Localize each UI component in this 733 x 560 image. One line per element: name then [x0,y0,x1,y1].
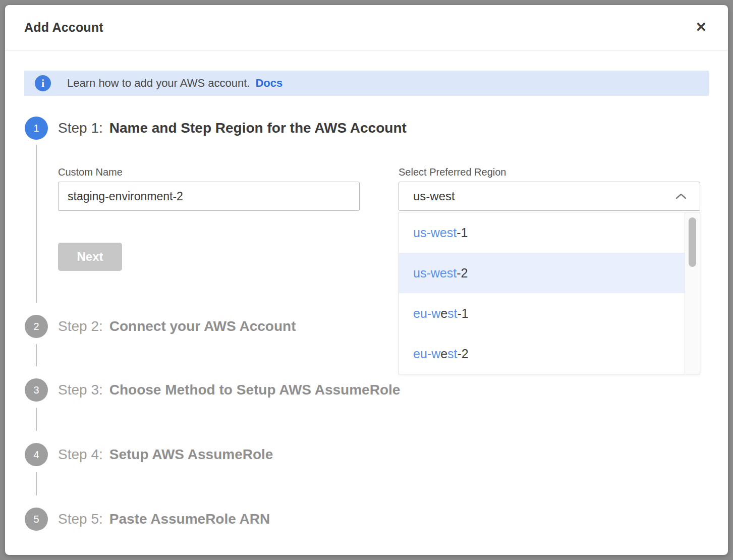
region-select-value: us-west [413,189,455,203]
docs-link[interactable]: Docs [255,77,283,90]
step-3-header: 3 Step 3: Choose Method to Setup AWS Ass… [25,378,400,402]
dropdown-scrollbar-track [685,212,700,374]
chevron-up-icon [674,192,688,201]
region-option-us-west-1[interactable]: us-west-1 [399,212,685,253]
step-4-title: Setup AWS AssumeRole [109,446,273,463]
modal-header: Add Account ✕ [5,5,728,50]
step-connector [36,145,37,303]
step-2-prefix: Step 2: [58,318,103,334]
step-2-header: 2 Step 2: Connect your AWS Account [25,315,296,338]
step-1-prefix: Step 1: [58,120,103,136]
step-1-badge: 1 [25,117,48,140]
dropdown-scrollbar-thumb[interactable] [689,217,696,267]
step-4-header: 4 Step 4: Setup AWS AssumeRole [25,443,273,466]
step-connector [36,344,37,366]
step-5-title: Paste AssumeRole ARN [109,511,270,527]
step-5-badge: 5 [25,508,48,531]
custom-name-input[interactable] [58,182,360,211]
region-label: Select Preferred Region [399,166,506,178]
next-button[interactable]: Next [58,243,122,271]
step-4-badge: 4 [25,443,48,466]
info-icon: i [35,75,51,91]
region-option-eu-west-2[interactable]: eu-west-2 [399,333,685,374]
step-4-prefix: Step 4: [58,446,103,463]
step-connector [36,408,37,431]
step-connector [36,472,37,495]
info-banner: i Learn how to add your AWS account. Doc… [24,71,709,96]
step-2-title: Connect your AWS Account [109,318,296,334]
step-3-prefix: Step 3: [58,382,103,398]
region-option-eu-west-1[interactable]: eu-west-1 [399,293,685,333]
step-3-title: Choose Method to Setup AWS AssumeRole [109,382,401,398]
close-icon[interactable]: ✕ [693,19,709,36]
add-account-modal: Add Account ✕ i Learn how to add your AW… [5,5,728,555]
step-1-header: 1 Step 1: Name and Step Region for the A… [25,117,407,140]
step-5-header: 5 Step 5: Paste AssumeRole ARN [25,508,270,531]
region-select[interactable]: us-west [399,182,700,211]
step-2-badge: 2 [25,315,48,338]
step-3-badge: 3 [25,378,48,402]
modal-title: Add Account [24,20,103,35]
custom-name-label: Custom Name [58,166,123,178]
region-option-us-west-2[interactable]: us-west-2 [399,253,685,293]
region-dropdown-list: us-west-1 us-west-2 eu-west-1 eu-west-2 [399,212,685,374]
banner-text: Learn how to add your AWS account. [67,77,250,90]
step-5-prefix: Step 5: [58,511,103,527]
step-1-title: Name and Step Region for the AWS Account [109,120,407,136]
region-dropdown-panel: us-west-1 us-west-2 eu-west-1 eu-west-2 [399,212,700,374]
